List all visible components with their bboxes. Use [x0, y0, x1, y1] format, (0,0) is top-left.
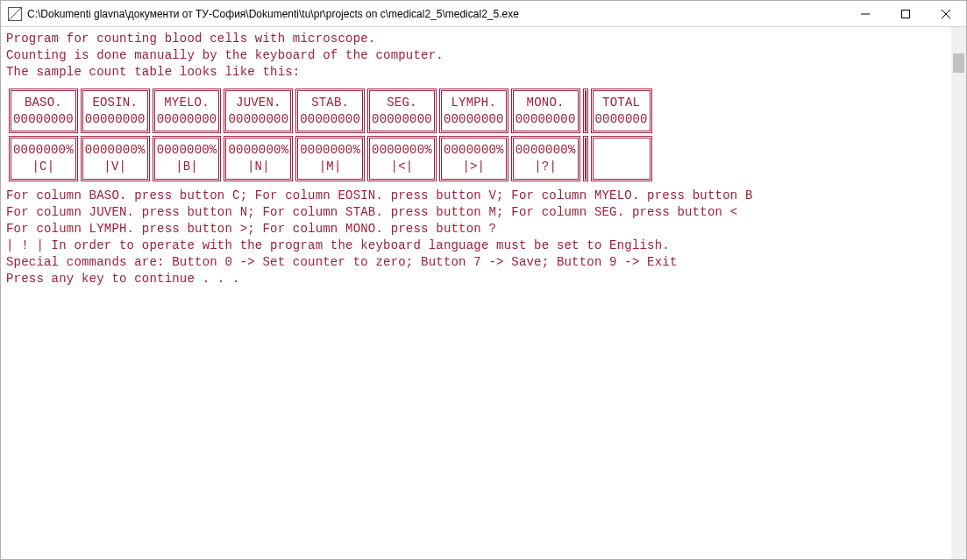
table-pct-row: 0000000%|C| 0000000%|V| 0000000%|B| 0000…: [9, 136, 652, 181]
instr-line: For column BASO. press button C; For col…: [6, 188, 961, 204]
intro-line: Counting is done manually by the keyboar…: [6, 47, 961, 64]
titlebar: C:\Dokumenti glavna\документи от ТУ-Софи…: [1, 1, 966, 27]
col-seg: SEG.00000000: [367, 89, 437, 134]
svg-rect-0: [902, 10, 910, 18]
intro-line: Program for counting blood cells with mi…: [6, 31, 961, 47]
intro-text: Program for counting blood cells with mi…: [6, 31, 961, 81]
pct-seg: 0000000%|<|: [367, 136, 437, 181]
col-baso: BASO.00000000: [9, 89, 78, 134]
col-stab: STAB.00000000: [295, 89, 365, 134]
instr-line: For column JUVEN. press button N; For co…: [6, 204, 961, 221]
instr-line: For column LYMPH. press button >; For co…: [6, 221, 961, 237]
app-icon: [8, 7, 22, 21]
col-lymph: LYMPH.00000000: [439, 89, 508, 134]
pct-mono: 0000000%|?|: [511, 136, 580, 181]
pct-eosin: 0000000%|V|: [81, 136, 150, 181]
col-juven: JUVEN.00000000: [224, 89, 293, 134]
col-total: TOTAL0000000: [591, 89, 652, 134]
scrollbar-thumb[interactable]: [953, 53, 964, 73]
col-mono: MONO.00000000: [511, 89, 580, 134]
app-window: C:\Dokumenti glavna\документи от ТУ-Софи…: [0, 0, 967, 560]
instr-line: Special commands are: Button 0 -> Set co…: [6, 254, 961, 271]
vertical-scrollbar[interactable]: [951, 27, 966, 559]
intro-line: The sample count table looks like this:: [6, 64, 961, 81]
table-header-row: BASO.00000000 EOSIN.00000000 MYELO.00000…: [9, 89, 652, 134]
col-spacer: [583, 136, 588, 181]
col-myelo: MYELO.00000000: [153, 89, 222, 134]
minimize-button[interactable]: [845, 1, 885, 27]
pct-baso: 0000000%|C|: [9, 136, 78, 181]
pct-lymph: 0000000%|>|: [439, 136, 508, 181]
console-area[interactable]: Program for counting blood cells with mi…: [1, 27, 966, 559]
instructions: For column BASO. press button C; For col…: [6, 188, 961, 287]
col-eosin: EOSIN.00000000: [81, 89, 150, 134]
maximize-button[interactable]: [885, 1, 926, 27]
close-button[interactable]: [926, 1, 966, 27]
pct-total-empty: [591, 136, 652, 181]
pct-stab: 0000000%|M|: [295, 136, 365, 181]
window-title: C:\Dokumenti glavna\документи от ТУ-Софи…: [27, 8, 845, 20]
sample-count-table: BASO.00000000 EOSIN.00000000 MYELO.00000…: [6, 86, 655, 185]
pct-myelo: 0000000%|B|: [153, 136, 222, 181]
col-spacer: [583, 89, 588, 134]
instr-line: | ! | In order to operate with the progr…: [6, 237, 961, 254]
pct-juven: 0000000%|N|: [224, 136, 293, 181]
press-any-key: Press any key to continue . . .: [6, 271, 961, 287]
